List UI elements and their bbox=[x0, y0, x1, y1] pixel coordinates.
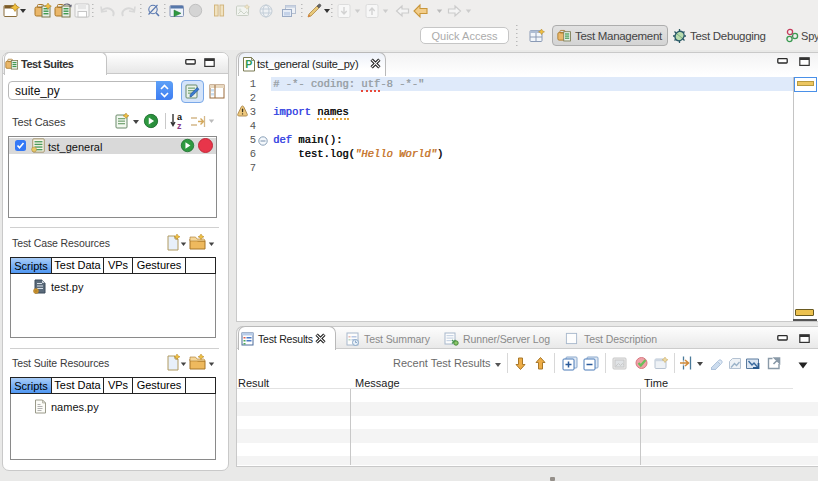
svg-text:z: z bbox=[177, 121, 182, 131]
svg-text:P: P bbox=[245, 58, 252, 70]
